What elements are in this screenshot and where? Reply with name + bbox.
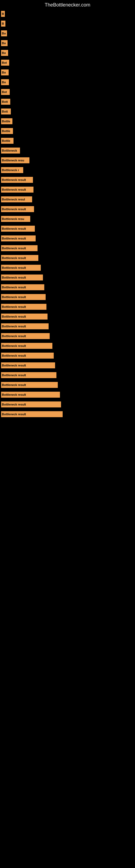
bar-label: Bottleneck r (1, 167, 23, 173)
bar-row: Bo (1, 38, 135, 48)
bar-row: Bottleneck (1, 146, 135, 155)
bar-row: Bottleneck resu (1, 155, 135, 165)
bar-row: Bo (1, 29, 135, 38)
bar-label: Bottleneck result (1, 392, 60, 398)
bar-label: Bottleneck result (1, 255, 38, 261)
bar-label: Bo (1, 69, 9, 75)
bar-row: Bottleneck result (1, 351, 135, 361)
bar-row: Bottle (1, 136, 135, 146)
bar-label: Bottleneck result (1, 372, 56, 378)
bar-label: Bottleneck result (1, 304, 46, 310)
bar-label: Bottle (1, 118, 12, 124)
bar-label: Bott (1, 99, 10, 105)
bar-label: Bottleneck result (1, 245, 38, 251)
bar-label: Bot (1, 60, 9, 66)
bar-row: Bottleneck result (1, 263, 135, 273)
bar-label: Bottleneck result (1, 236, 36, 241)
bar-label: Bottleneck result (1, 314, 48, 319)
bar-label: Bottleneck result (1, 294, 46, 300)
bar-label: Bottleneck resul (1, 196, 32, 203)
bar-row: Bottleneck result (1, 282, 135, 292)
bar-row: Bottleneck result (1, 175, 135, 185)
bar-row: Bottleneck result (1, 390, 135, 400)
bar-row: Bottleneck result (1, 312, 135, 321)
bar-label: Bottleneck result (1, 275, 43, 280)
bar-row: Bottleneck r (1, 165, 135, 175)
bar-label: Bottleneck result (1, 206, 34, 212)
bar-row: Bottleneck result (1, 273, 135, 282)
site-title: TheBottlenecker.com (0, 0, 135, 9)
bar-label: Bottleneck result (1, 382, 58, 388)
bar-label: Bottleneck result (1, 284, 44, 290)
bar-label: Bo (1, 50, 8, 56)
bar-row: Bottle (1, 116, 135, 126)
bar-label: Bo (1, 40, 8, 46)
bar-label: Bot (1, 89, 10, 95)
bar-row: Bottleneck result (1, 361, 135, 370)
bar-label: Bottleneck resu (1, 216, 30, 222)
bar-label: Bottleneck result (1, 226, 35, 231)
bar-row: Bottleneck result (1, 409, 135, 419)
bar-row: Bottleneck result (1, 380, 135, 390)
bar-row: Bottleneck resu (1, 214, 135, 224)
bar-label: Bo (1, 30, 7, 36)
bar-row: B (1, 9, 135, 19)
bar-row: Bo (1, 77, 135, 87)
bar-row: Bottle (1, 126, 135, 136)
bar-row: Bottleneck result (1, 234, 135, 243)
bar-row: Bottleneck result (1, 243, 135, 253)
bar-label: Bottle (1, 128, 13, 134)
bar-label: Bo (1, 79, 9, 85)
bar-row: Bottleneck result (1, 331, 135, 341)
bar-label: Bottleneck result (1, 343, 52, 349)
bar-label: Bottleneck result (1, 187, 34, 193)
bar-row: Bottleneck result (1, 204, 135, 214)
bar-label: Bottle (1, 138, 13, 144)
bar-row: Bottleneck result (1, 185, 135, 194)
bar-row: Bottleneck resul (1, 194, 135, 204)
bar-row: Bottleneck result (1, 370, 135, 380)
bar-label: Bottleneck result (1, 265, 41, 271)
bar-label: Bottleneck result (1, 323, 49, 329)
bar-label: Bottleneck resu (1, 157, 30, 163)
bar-row: Bottleneck result (1, 341, 135, 351)
bar-row: Bottleneck result (1, 400, 135, 409)
bar-row: Bottleneck result (1, 302, 135, 312)
bar-row: B (1, 19, 135, 29)
bars-container: BBBoBoBoBotBoBoBotBottBottBottleBottleBo… (0, 9, 135, 419)
bar-row: Bot (1, 87, 135, 97)
bar-row: Bott (1, 97, 135, 106)
bar-row: Bo (1, 48, 135, 58)
bar-row: Bottleneck result (1, 292, 135, 302)
bar-row: Bot (1, 58, 135, 67)
bar-row: Bott (1, 106, 135, 116)
bar-label: Bottleneck result (1, 411, 63, 417)
bar-label: B (1, 21, 5, 27)
bar-label: B (1, 11, 5, 17)
bar-label: Bottleneck result (1, 177, 33, 183)
bar-label: Bottleneck result (1, 352, 54, 359)
bar-row: Bo (1, 67, 135, 77)
bar-row: Bottleneck result (1, 253, 135, 263)
bar-label: Bottleneck (1, 148, 20, 154)
bar-row: Bottleneck result (1, 321, 135, 331)
bar-label: Bottleneck result (1, 362, 55, 368)
bar-label: Bott (1, 108, 11, 115)
bar-row: Bottleneck result (1, 224, 135, 234)
bar-label: Bottleneck result (1, 333, 50, 339)
bar-label: Bottleneck result (1, 401, 61, 407)
